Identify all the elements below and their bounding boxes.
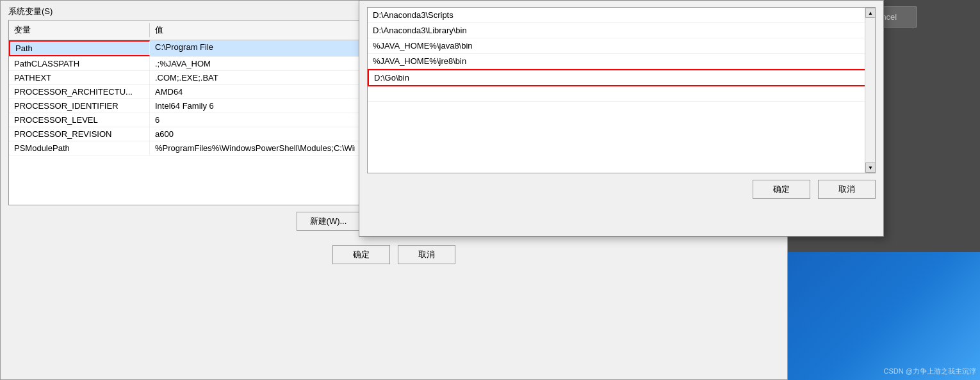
table-cell-value: a600	[150, 127, 179, 141]
path-list-item[interactable]: %JAVA_HOME%\jre8\bin	[368, 54, 875, 69]
table-cell-variable: PathCLASSPATH	[9, 57, 150, 70]
path-list-body: D:\Anaconda3\ScriptsD:\Anaconda3\Library…	[368, 8, 875, 102]
path-list: D:\Anaconda3\ScriptsD:\Anaconda3\Library…	[367, 7, 876, 173]
csdn-watermark: CSDN @力争上游之我主沉浮	[884, 367, 976, 376]
scroll-down-arrow[interactable]: ▼	[865, 162, 876, 173]
table-cell-variable: PROCESSOR_ARCHITECTU...	[9, 85, 150, 99]
path-ok-button[interactable]: 确定	[753, 180, 810, 199]
table-cell-value: C:\Program File	[150, 40, 218, 56]
path-list-item[interactable]: D:\Go\bin	[368, 69, 875, 86]
new-button[interactable]: 新建(W)...	[297, 212, 361, 231]
main-confirm-buttons: 确定 取消	[1, 240, 787, 269]
table-cell-value: AMD64	[150, 85, 188, 99]
path-popup-bottom: 确定 取消	[359, 173, 883, 205]
path-edit-popup: D:\Anaconda3\ScriptsD:\Anaconda3\Library…	[359, 0, 884, 237]
table-cell-value: .;%JAVA_HOM	[150, 57, 216, 70]
table-cell-value: 6	[150, 113, 165, 127]
path-scrollbar[interactable]: ▲ ▼	[865, 8, 875, 173]
table-cell-variable: PROCESSOR_LEVEL	[9, 113, 150, 127]
table-cell-variable: Path	[9, 40, 150, 56]
path-list-item[interactable]: D:\Anaconda3\Scripts	[368, 8, 875, 23]
header-variable: 变量	[9, 23, 150, 37]
main-cancel-button[interactable]: 取消	[398, 245, 455, 264]
table-cell-variable: PROCESSOR_IDENTIFIER	[9, 99, 150, 113]
path-cancel-button[interactable]: 取消	[818, 180, 876, 199]
main-ok-button[interactable]: 确定	[332, 245, 390, 264]
right-panel-blue	[788, 252, 980, 380]
path-list-empty-row[interactable]	[368, 86, 875, 102]
path-list-item[interactable]: %JAVA_HOME%\java8\bin	[368, 38, 875, 54]
table-cell-value: .COM;.EXE;.BAT	[150, 71, 224, 84]
table-cell-variable: PATHEXT	[9, 71, 150, 84]
table-cell-variable: PROCESSOR_REVISION	[9, 127, 150, 141]
path-list-item[interactable]: D:\Anaconda3\Library\bin	[368, 23, 875, 38]
scroll-up-arrow[interactable]: ▲	[865, 8, 876, 18]
header-value: 值	[150, 23, 168, 37]
table-cell-value: Intel64 Family 6	[150, 99, 219, 113]
table-cell-variable: PSModulePath	[9, 141, 150, 155]
table-cell-value: %ProgramFiles%\WindowsPowerShell\Modules…	[150, 141, 355, 155]
